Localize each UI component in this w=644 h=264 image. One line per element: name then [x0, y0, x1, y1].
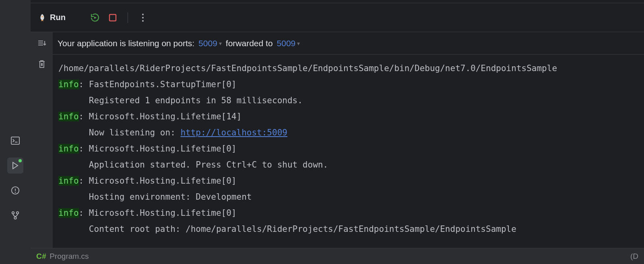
console-output[interactable]: /home/parallels/RiderProjects/FastEndpoi… — [53, 55, 644, 248]
log-level-tag: info — [58, 144, 79, 153]
rerun-button[interactable] — [89, 12, 101, 24]
listening-port-dropdown[interactable]: 5009 ▾ — [198, 39, 222, 48]
toolbar-divider — [128, 12, 128, 23]
clear-all-button[interactable] — [37, 59, 47, 69]
log-level-tag: info — [58, 80, 79, 89]
log-level-tag: info — [58, 176, 79, 186]
open-file-name[interactable]: Program.cs — [50, 252, 89, 261]
console-line: info: Microsoft.Hosting.Lifetime[0] — [58, 141, 638, 157]
forwarded-port-dropdown[interactable]: 5009 ▾ — [277, 39, 300, 48]
console-line: /home/parallels/RiderProjects/FastEndpoi… — [58, 60, 638, 76]
terminal-tool-button[interactable] — [7, 133, 23, 149]
svg-point-8 — [142, 14, 144, 15]
console-line: Content root path: /home/parallels/Rider… — [58, 221, 638, 237]
status-bar: C# Program.cs (D — [31, 248, 644, 264]
svg-point-10 — [142, 20, 144, 22]
chevron-down-icon: ▾ — [297, 40, 300, 47]
status-right-text: (D — [630, 252, 638, 261]
console-line: info: Microsoft.Hosting.Lifetime[0] — [58, 205, 638, 221]
language-badge: C# — [36, 252, 46, 261]
console-line: info: Microsoft.Hosting.Lifetime[0] — [58, 173, 638, 189]
run-active-badge-icon — [19, 159, 22, 162]
console-line: Now listening on: http://localhost:5009 — [58, 125, 638, 141]
scroll-to-end-button[interactable] — [37, 38, 47, 48]
console-line: info: Microsoft.Hosting.Lifetime[14] — [58, 108, 638, 125]
listen-url-link[interactable]: http://localhost:5009 — [180, 128, 287, 137]
chevron-down-icon: ▾ — [219, 40, 222, 47]
svg-point-9 — [142, 17, 144, 18]
svg-rect-7 — [109, 14, 116, 21]
stop-button[interactable] — [107, 12, 119, 24]
log-level-tag: info — [58, 112, 79, 121]
run-tool-button[interactable] — [7, 158, 23, 174]
run-toolbar: Run — [31, 3, 644, 32]
console-line: Hosting environment: Development — [58, 189, 638, 205]
log-level-tag: info — [58, 208, 79, 218]
run-label-text: Run — [50, 13, 66, 22]
ports-info-bar: Your application is listening on ports: … — [53, 32, 644, 55]
vcs-tool-button[interactable] — [7, 207, 23, 223]
svg-rect-0 — [11, 137, 19, 144]
svg-point-2 — [15, 192, 16, 192]
svg-point-5 — [14, 217, 17, 219]
run-tab-label[interactable]: Run — [38, 13, 66, 22]
console-line: Application started. Press Ctrl+C to shu… — [58, 157, 638, 173]
console-line: info: FastEndpoints.StartupTimer[0] — [58, 76, 638, 92]
console-line: Registered 1 endpoints in 58 millisecond… — [58, 92, 638, 108]
ports-mid: forwarded to — [226, 39, 273, 48]
svg-point-3 — [12, 212, 14, 214]
console-gutter — [31, 32, 53, 248]
left-tool-rail — [0, 0, 31, 264]
more-menu-button[interactable] — [137, 12, 149, 24]
svg-point-4 — [17, 212, 19, 214]
top-edge — [31, 0, 644, 3]
ports-prefix: Your application is listening on ports: — [58, 39, 194, 48]
rocket-icon — [38, 13, 47, 22]
svg-point-6 — [41, 16, 43, 17]
problems-tool-button[interactable] — [7, 182, 23, 199]
